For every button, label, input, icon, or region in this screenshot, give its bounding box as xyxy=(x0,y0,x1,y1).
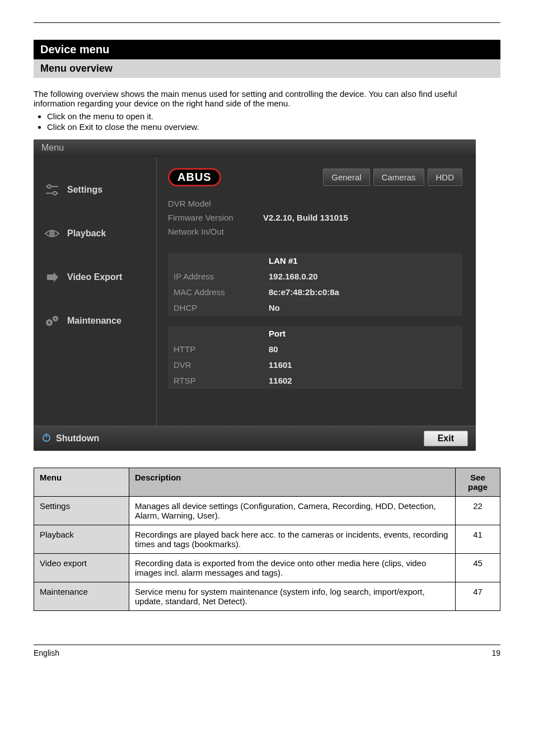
sidebar-item-settings[interactable]: Settings xyxy=(34,168,156,212)
cell xyxy=(364,300,462,316)
cell: 8c:e7:48:2b:c0:8a xyxy=(263,284,364,300)
svg-point-2 xyxy=(48,185,51,188)
cell xyxy=(168,253,263,269)
cell: Maintenance xyxy=(34,582,129,611)
lens-icon xyxy=(44,225,60,242)
tab-hdd[interactable]: HDD xyxy=(428,169,463,186)
cell: HTTP xyxy=(168,342,263,357)
cell: RTSP xyxy=(168,373,263,389)
sidebar-item-video-export[interactable]: Video Export xyxy=(34,255,156,299)
cell xyxy=(168,326,263,342)
port-table: Port HTTP 80 DVR 11601 RTSP 11602 xyxy=(168,326,462,389)
svg-point-3 xyxy=(53,192,57,195)
shutdown-label: Shutdown xyxy=(56,433,99,444)
cell: Service menu for system maintenance (sys… xyxy=(129,582,456,611)
table-row: HTTP 80 xyxy=(168,342,462,357)
cell xyxy=(364,253,462,269)
col-header: Menu xyxy=(34,468,129,497)
cell xyxy=(364,342,462,357)
intro-bullets: Click on the menu to open it. Click on E… xyxy=(47,111,500,132)
info-value: V2.2.10, Build 131015 xyxy=(263,213,348,222)
cell: DVR xyxy=(168,357,263,373)
cell: 22 xyxy=(456,497,500,525)
intro-bullet: Click on Exit to close the menu overview… xyxy=(47,122,500,132)
info-label: Firmware Version xyxy=(168,213,263,222)
sidebar-item-maintenance[interactable]: Maintenance xyxy=(34,299,156,343)
cell: DHCP xyxy=(168,300,263,316)
cell xyxy=(364,357,462,373)
cell: Video export xyxy=(34,554,129,582)
footer-left: English xyxy=(34,648,59,657)
sliders-icon xyxy=(44,181,60,198)
cell xyxy=(364,284,462,300)
cell: 11602 xyxy=(263,373,364,389)
table-row: Maintenance Service menu for system main… xyxy=(34,582,500,611)
cell: 45 xyxy=(456,554,500,582)
power-icon xyxy=(41,432,51,445)
sidebar-item-label: Maintenance xyxy=(67,316,121,326)
cell: No xyxy=(263,300,364,316)
cell xyxy=(364,326,462,342)
table-row: MAC Address 8c:e7:48:2b:c0:8a xyxy=(168,284,462,300)
table-row: DVR 11601 xyxy=(168,357,462,373)
tab-general[interactable]: General xyxy=(323,169,369,186)
table-row: Playback Recordings are played back here… xyxy=(34,525,500,554)
svg-point-10 xyxy=(54,318,56,319)
intro-bullet: Click on the menu to open it. xyxy=(47,111,500,121)
section-heading: Device menu xyxy=(34,40,500,59)
table-row: Port xyxy=(168,326,462,342)
export-icon xyxy=(44,269,60,286)
sidebar-item-playback[interactable]: Playback xyxy=(34,212,156,255)
cell: 80 xyxy=(263,342,364,357)
table-row: IP Address 192.168.0.20 xyxy=(168,269,462,284)
cell: Settings xyxy=(34,497,129,525)
cell: Port xyxy=(263,326,364,342)
cell: Playback xyxy=(34,525,129,554)
info-row: Firmware Version V2.2.10, Build 131015 xyxy=(168,211,462,225)
cell: Recordings are played back here acc. to … xyxy=(129,525,456,554)
dvr-main-panel: ABUS General Cameras HDD DVR Model Firmw… xyxy=(157,157,476,426)
table-row: RTSP 11602 xyxy=(168,373,462,389)
dvr-footer: Shutdown Exit xyxy=(34,426,476,451)
svg-point-8 xyxy=(48,321,50,324)
table-row: Video export Recording data is exported … xyxy=(34,554,500,582)
intro-paragraph: The following overview shows the main me… xyxy=(34,89,500,108)
cell xyxy=(364,269,462,284)
cell: Recording data is exported from the devi… xyxy=(129,554,456,582)
sidebar-item-label: Playback xyxy=(67,228,106,239)
menu-description-table: Menu Description See page Settings Manag… xyxy=(34,468,500,611)
tab-cameras[interactable]: Cameras xyxy=(373,169,424,186)
info-row: Network In/Out xyxy=(168,225,462,239)
cell: IP Address xyxy=(168,269,263,284)
exit-button[interactable]: Exit xyxy=(424,431,468,446)
table-row: DHCP No xyxy=(168,300,462,316)
subsection-heading: Menu overview xyxy=(34,59,500,78)
info-row: DVR Model xyxy=(168,197,462,211)
table-row: Settings Manages all device settings (Co… xyxy=(34,497,500,525)
cell: MAC Address xyxy=(168,284,263,300)
lan-table: LAN #1 IP Address 192.168.0.20 MAC Addre… xyxy=(168,253,462,316)
cell xyxy=(364,373,462,389)
cell: 192.168.0.20 xyxy=(263,269,364,284)
sidebar-item-label: Settings xyxy=(67,185,102,195)
cell: 11601 xyxy=(263,357,364,373)
shutdown-button[interactable]: Shutdown xyxy=(41,432,99,445)
cell: LAN #1 xyxy=(263,253,364,269)
info-block: DVR Model Firmware Version V2.2.10, Buil… xyxy=(168,197,462,239)
abus-logo: ABUS xyxy=(168,168,221,186)
page-top-rule xyxy=(34,22,500,23)
dvr-sidebar: Settings Playback Video Export Maintenan… xyxy=(34,157,157,426)
table-header-row: Menu Description See page xyxy=(34,468,500,497)
gears-icon xyxy=(44,312,60,329)
cell: 41 xyxy=(456,525,500,554)
cell: Manages all device settings (Configurati… xyxy=(129,497,456,525)
table-row: LAN #1 xyxy=(168,253,462,269)
dvr-menu-window: Menu Settings Playback Video Export xyxy=(34,139,476,451)
footer-right: 19 xyxy=(491,648,500,657)
cell: 47 xyxy=(456,582,500,611)
col-header: See page xyxy=(456,468,500,497)
info-label: DVR Model xyxy=(168,199,263,208)
info-label: Network In/Out xyxy=(168,227,263,236)
sidebar-item-label: Video Export xyxy=(67,272,122,282)
page-footer: English 19 xyxy=(34,645,500,657)
